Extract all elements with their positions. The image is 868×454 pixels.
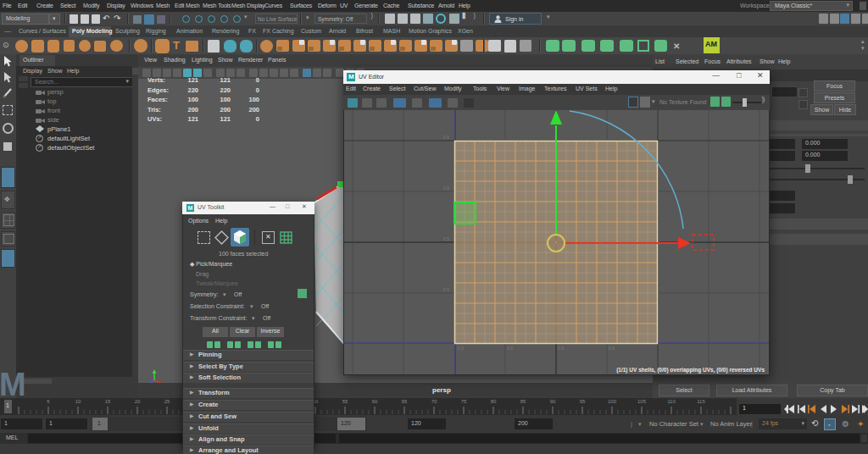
svg-text:0.5: 0.5 (507, 346, 513, 351)
svg-text:0.5: 0.5 (443, 185, 449, 191)
svg-text:0.5: 0.5 (609, 346, 615, 351)
svg-text:0.5: 0.5 (458, 346, 464, 351)
svg-text:0.5: 0.5 (443, 236, 449, 241)
svg-text:0.5: 0.5 (443, 287, 449, 292)
svg-text:0.5: 0.5 (558, 346, 564, 351)
svg-text:0.5: 0.5 (443, 135, 449, 140)
